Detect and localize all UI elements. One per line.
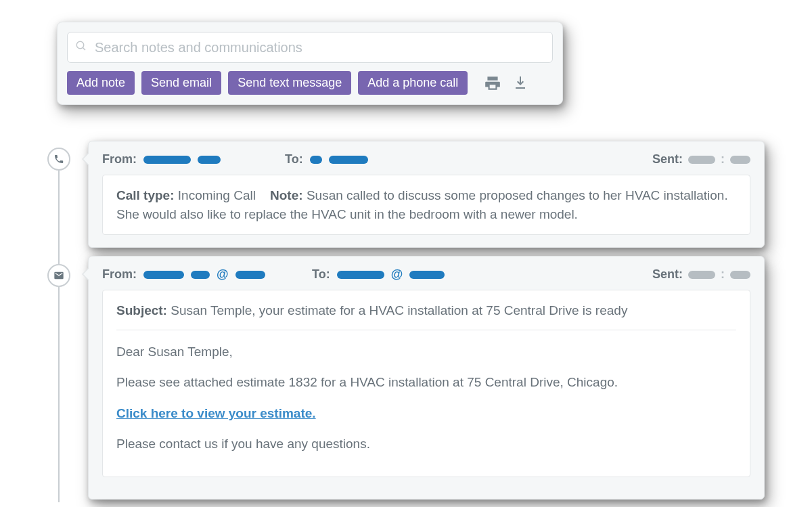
redacted-blob [198,156,221,164]
note-label: Note: [270,188,303,202]
redacted-blob [409,271,445,279]
redacted-blob [191,271,210,279]
redacted-blob [143,156,191,164]
phone-icon [53,154,64,164]
search-input[interactable] [67,32,553,63]
add-phone-call-button[interactable]: Add a phone call [358,71,468,95]
call-entry-card: From: To: Sent: : Call type: Incoming Ca… [88,141,765,248]
envelope-icon [53,270,64,281]
card-pointer [82,267,89,281]
redacted-blob [730,156,750,164]
redacted-blob [235,271,265,279]
redacted-blob [143,271,184,279]
send-email-button[interactable]: Send email [141,71,221,95]
redacted-blob [688,271,715,279]
redacted-blob [337,271,384,279]
search-icon [75,40,87,55]
add-note-button[interactable]: Add note [67,71,135,95]
redacted-blob [730,271,750,279]
sent-label: Sent: [652,152,683,167]
to-label: To: [285,152,303,167]
redacted-blob [310,156,322,164]
svg-point-0 [76,41,84,49]
toolbar-button-row: Add note Send email Send text message Ad… [67,71,553,95]
email-entry-card: From: @ To: @ Sent: : Subject: Susan Tem… [88,256,765,500]
call-type-label: Call type: [116,188,175,202]
call-type-value: Incoming Call [178,188,256,202]
download-icon[interactable] [512,75,528,91]
communications-toolbar: Add note Send email Send text message Ad… [57,22,563,105]
email-meta-row: From: @ To: @ Sent: : [102,267,750,282]
svg-line-1 [83,47,85,50]
send-text-button[interactable]: Send text message [228,71,351,95]
subject-label: Subject: [116,303,167,317]
email-body: Dear Susan Temple, Please see attached e… [116,343,736,454]
timeline-node-email [47,264,70,287]
email-greeting: Dear Susan Temple, [116,343,736,361]
call-detail-box: Call type: Incoming Call Note: Susan cal… [102,175,750,235]
redacted-blob [688,156,715,164]
search-wrap [67,32,553,63]
email-body-line: Please see attached estimate 1832 for a … [116,373,736,392]
sent-label: Sent: [652,267,683,282]
from-label: From: [102,267,137,282]
print-icon[interactable] [484,74,501,92]
email-body-line: Please contact us if you have any questi… [116,435,736,454]
call-meta-row: From: To: Sent: : [102,152,750,167]
redacted-blob [329,156,368,164]
card-pointer [82,152,89,166]
view-estimate-link[interactable]: Click here to view your estimate. [116,406,316,420]
timeline-line [58,150,60,502]
subject-value: Susan Temple, your estimate for a HVAC i… [171,303,627,317]
from-label: From: [102,152,137,167]
timeline-node-call [47,148,70,171]
email-detail-box: Subject: Susan Temple, your estimate for… [102,290,750,477]
to-label: To: [312,267,330,282]
